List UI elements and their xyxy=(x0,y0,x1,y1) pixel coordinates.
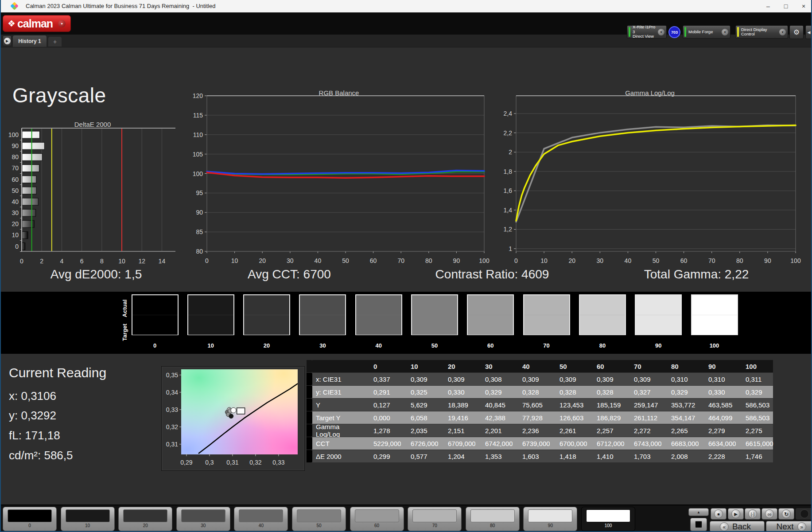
scroll-up-button[interactable]: ▲ xyxy=(688,508,709,516)
table-row[interactable]: Y0,1275,62918,38940,84575,605123,453185,… xyxy=(307,399,773,411)
table-column-header: 20 xyxy=(438,360,475,372)
meter-dropdown[interactable]: X-Rite i1Pro 3 Direct View ▼ xyxy=(627,25,667,39)
next-button[interactable]: Next » xyxy=(766,521,812,532)
swatch-actual-half xyxy=(468,295,513,315)
table-row[interactable]: x: CIE310,3370,3090,3090,3080,3090,3090,… xyxy=(307,373,773,385)
x-axis-label: 100 xyxy=(479,257,490,264)
y-axis-label: 0,34 xyxy=(166,389,178,396)
display-control-name: Direct Display Control xyxy=(741,27,777,37)
table-row[interactable]: CCT5229,0006726,0006709,0006742,0006739,… xyxy=(307,437,773,450)
pattern-thumbnail-50[interactable]: 50 xyxy=(292,507,346,531)
y-axis-label: 0,35 xyxy=(166,372,178,379)
deltae-bar xyxy=(22,209,36,216)
rgb-balance-chart: 1201151101051009590858001020304050607080… xyxy=(191,86,497,264)
y-axis-label: 0,31 xyxy=(166,441,178,448)
measurement-point xyxy=(229,414,233,419)
y-axis-label: 1,6 xyxy=(504,187,513,194)
y-axis-label: 100 xyxy=(8,131,19,138)
table-cell: 6739,000 xyxy=(513,437,550,450)
table-column-header: 100 xyxy=(736,360,773,372)
table-cell: 0,337 xyxy=(364,373,401,385)
pattern-thumbnail-20[interactable]: 20 xyxy=(118,507,172,531)
table-cell: 0,291 xyxy=(364,386,401,398)
close-button[interactable]: × xyxy=(796,2,811,11)
table-cell: 0,309 xyxy=(624,373,661,385)
settings-button[interactable]: ⚙ xyxy=(789,25,804,39)
y-axis-label: 115 xyxy=(193,112,203,119)
source-status-bar xyxy=(684,27,686,37)
x-axis-label: 0 xyxy=(20,258,23,265)
pattern-label: 50 xyxy=(292,523,346,528)
single-measure-button[interactable]: [·] xyxy=(745,508,761,520)
table-row[interactable]: Target Y0,0006,05819,41642,38877,928126,… xyxy=(307,411,773,424)
calman-menu-button[interactable]: ❖ calman ▼ xyxy=(3,15,71,32)
table-cell: 0,577 xyxy=(401,450,438,462)
y-axis-label: 1 xyxy=(509,245,512,252)
table-row[interactable]: ΔE 20000,2990,5771,2041,3531,6031,4181,4… xyxy=(307,450,773,462)
collapse-panel-button[interactable]: ◀ xyxy=(805,25,812,39)
meter-badge[interactable]: 703 xyxy=(668,26,680,38)
pattern-swatch xyxy=(8,509,52,522)
table-corner-cell xyxy=(312,360,364,372)
table-cell: 463,585 xyxy=(699,399,736,411)
swatch-target-half xyxy=(132,315,178,335)
table-row-label: x: CIE31 xyxy=(312,373,364,385)
display-control-dropdown[interactable]: Direct Display Control ▼ xyxy=(735,25,788,39)
table-cell: 261,112 xyxy=(624,411,661,424)
pattern-window-button[interactable] xyxy=(690,518,707,531)
pattern-thumbnail-100[interactable]: 100 xyxy=(581,507,635,531)
pattern-thumbnail-90[interactable]: 90 xyxy=(523,507,577,531)
table-cell: 185,159 xyxy=(587,399,624,411)
table-gutter-cell xyxy=(307,399,312,411)
swatch-label: 60 xyxy=(467,342,514,349)
table-row[interactable]: Gamma Log/Log1,2782,0352,1512,2012,2362,… xyxy=(307,424,773,437)
y-axis-label: 120 xyxy=(193,92,203,99)
pattern-swatch xyxy=(470,509,515,522)
table-row-label: Y xyxy=(312,399,364,411)
pattern-thumbnail-10[interactable]: 10 xyxy=(61,507,115,531)
source-dropdown[interactable]: Mobile Forge ▼ xyxy=(683,25,730,39)
pattern-thumbnail-80[interactable]: 80 xyxy=(466,507,520,531)
table-row[interactable]: y: CIE310,2910,3250,3300,3290,3280,3280,… xyxy=(307,386,773,398)
x-axis-label: 70 xyxy=(397,257,404,264)
maximize-button[interactable]: □ xyxy=(778,2,793,11)
chevron-left-icon: ◀ xyxy=(808,30,811,35)
pattern-thumbnail-0[interactable]: 0 xyxy=(3,507,57,531)
table-row-label: Gamma Log/Log xyxy=(312,424,364,437)
pattern-label: 60 xyxy=(350,523,404,528)
table-cell: 0,329 xyxy=(736,386,773,398)
pattern-thumbnail-40[interactable]: 40 xyxy=(234,507,288,531)
swatch-actual-half xyxy=(636,295,681,315)
pattern-thumbnail-60[interactable]: 60 xyxy=(350,507,404,531)
pattern-thumbnail-30[interactable]: 30 xyxy=(176,507,230,531)
y-axis-label: 1,4 xyxy=(504,207,513,214)
x-axis-label: 0,3 xyxy=(205,459,214,466)
swatch-target-half xyxy=(468,315,513,335)
chevron-down-icon: ▼ xyxy=(722,29,728,35)
y-axis-label: 95 xyxy=(196,189,203,196)
back-button[interactable]: « Back xyxy=(710,521,765,532)
grayscale-swatch-90 xyxy=(635,294,682,335)
x-axis-label: 10 xyxy=(118,258,125,265)
window-title: Calman 2023 Calman Ultimate for Business… xyxy=(26,3,215,9)
deltae-bar xyxy=(22,153,42,160)
x-axis-label: 0,33 xyxy=(272,459,284,466)
play-icon: ▶ xyxy=(4,38,11,44)
pattern-thumbnail-70[interactable]: 70 xyxy=(408,507,462,531)
minimize-button[interactable]: – xyxy=(761,2,776,11)
measurement-table: 0102030405060708090100x: CIE310,3370,309… xyxy=(307,360,773,463)
x-axis-label: 30 xyxy=(287,257,294,264)
measure-icon: [·] xyxy=(748,509,757,518)
tab-history-1[interactable]: History 1 xyxy=(12,35,47,47)
table-cell: 6683,000 xyxy=(661,437,699,450)
add-tab-button[interactable]: + xyxy=(48,36,62,47)
table-cell: 1,353 xyxy=(475,450,513,462)
refresh-button[interactable]: ↻ xyxy=(778,508,794,520)
tab-scroll-button[interactable]: ▶ xyxy=(3,35,12,46)
continuous-measure-button[interactable]: ∞ xyxy=(761,508,777,520)
play-button[interactable]: ▶ xyxy=(728,508,744,520)
swatch-actual-half xyxy=(132,295,178,315)
table-cell: 2,272 xyxy=(624,424,661,437)
table-cell: 2,265 xyxy=(661,424,699,437)
stop-button[interactable]: ■ xyxy=(711,508,727,520)
